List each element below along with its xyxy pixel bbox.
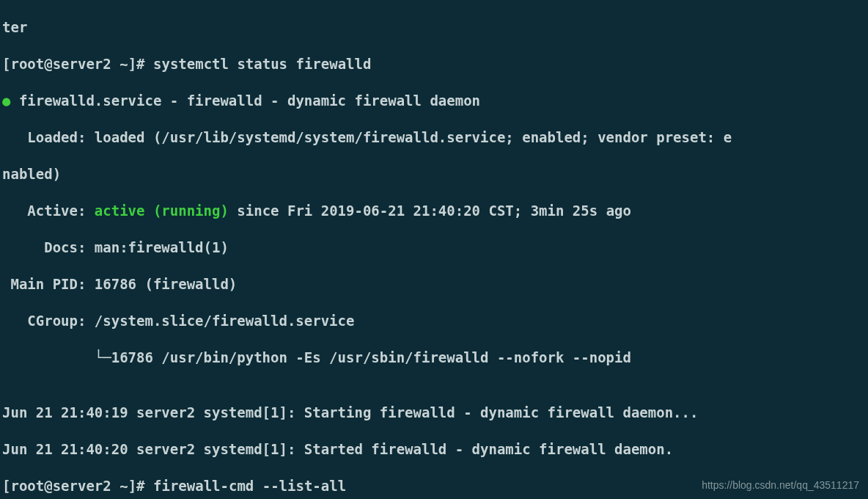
cgroup-line: CGroup: /system.slice/firewalld.service <box>2 312 868 330</box>
command-text: firewall-cmd --list-all <box>145 478 347 494</box>
service-header-line: ● firewalld.service - firewalld - dynami… <box>2 92 868 110</box>
status-bullet-icon: ● <box>2 92 10 110</box>
log-line: Jun 21 21:40:20 server2 systemd[1]: Star… <box>2 440 868 459</box>
watermark-text: https://blog.csdn.net/qq_43511217 <box>702 476 859 495</box>
loaded-line-wrap: nabled) <box>2 165 868 183</box>
output-line: ter <box>2 18 868 37</box>
prompt-open: [ <box>2 478 10 494</box>
prompt-host: server2 <box>53 478 111 494</box>
cgroup-tree-line: └─16786 /usr/bin/python -Es /usr/sbin/fi… <box>2 349 868 367</box>
prompt-user: root <box>10 478 44 494</box>
prompt-path: ~ <box>119 56 128 72</box>
loaded-line: Loaded: loaded (/usr/lib/systemd/system/… <box>2 128 868 147</box>
active-since: since Fri 2019-06-21 21:40:20 CST; 3min … <box>229 203 631 219</box>
prompt-user: root <box>10 56 44 72</box>
prompt-open: [ <box>2 56 10 72</box>
active-status: active (running) <box>95 203 229 219</box>
active-line: Active: active (running) since Fri 2019-… <box>2 202 868 220</box>
docs-line: Docs: man:firewalld(1) <box>2 238 868 257</box>
service-name: firewalld.service - firewalld - dynamic … <box>10 92 480 109</box>
mainpid-line: Main PID: 16786 (firewalld) <box>2 275 868 294</box>
command-text: systemctl status firewalld <box>145 56 372 72</box>
prompt-space <box>111 56 119 72</box>
prompt-close: ] <box>128 56 136 72</box>
prompt-host: server2 <box>53 56 111 72</box>
prompt-at: @ <box>44 56 52 72</box>
terminal-output[interactable]: ter [root@server2 ~]# systemctl status f… <box>0 0 868 499</box>
prompt-hash: # <box>136 478 144 494</box>
prompt-space <box>111 478 119 494</box>
log-line: Jun 21 21:40:19 server2 systemd[1]: Star… <box>2 404 868 422</box>
prompt-line-1: [root@server2 ~]# systemctl status firew… <box>2 55 868 73</box>
active-label: Active: <box>2 203 95 219</box>
prompt-path: ~ <box>119 478 128 494</box>
prompt-at: @ <box>44 478 52 494</box>
prompt-hash: # <box>136 56 144 72</box>
prompt-close: ] <box>128 478 136 494</box>
